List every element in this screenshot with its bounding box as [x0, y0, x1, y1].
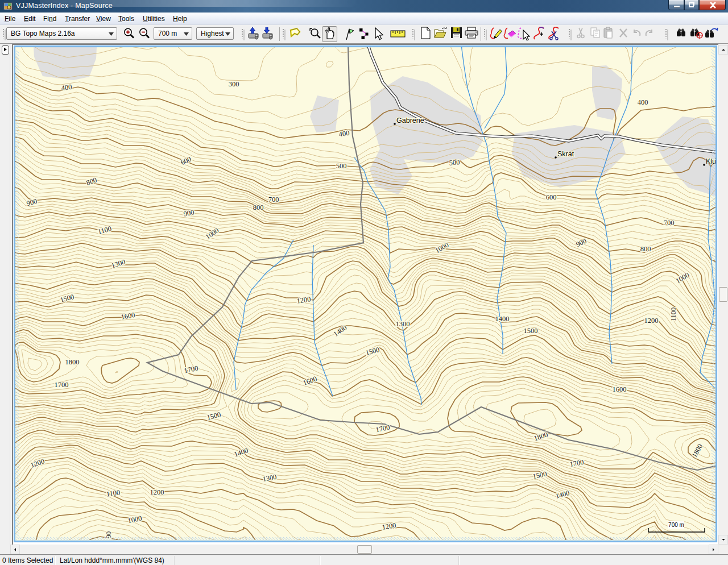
svg-text:Skrat: Skrat: [557, 150, 574, 158]
svg-text:500: 500: [449, 158, 460, 167]
svg-text:600: 600: [546, 193, 557, 201]
svg-text:Gabrene: Gabrene: [396, 117, 424, 124]
svg-text:1600: 1600: [613, 385, 627, 393]
svg-text:800: 800: [640, 245, 651, 253]
svg-text:90: 90: [105, 531, 113, 539]
svg-text:1400: 1400: [495, 315, 510, 323]
svg-text:1200: 1200: [150, 488, 164, 496]
svg-text:400: 400: [638, 98, 648, 106]
svg-text:1200: 1200: [644, 317, 659, 325]
svg-text:1700: 1700: [55, 381, 69, 389]
svg-text:700 m: 700 m: [668, 522, 684, 528]
svg-text:500: 500: [336, 162, 347, 170]
svg-text:700: 700: [268, 196, 279, 203]
svg-text:1500: 1500: [524, 327, 538, 335]
svg-text:300: 300: [229, 80, 239, 88]
svg-text:400: 400: [338, 129, 350, 138]
svg-text:400: 400: [61, 83, 73, 92]
svg-text:1300: 1300: [396, 320, 410, 328]
svg-text:700: 700: [664, 219, 675, 227]
svg-text:800: 800: [253, 203, 264, 211]
svg-text:1100: 1100: [669, 308, 677, 322]
svg-text:1800: 1800: [65, 358, 80, 366]
